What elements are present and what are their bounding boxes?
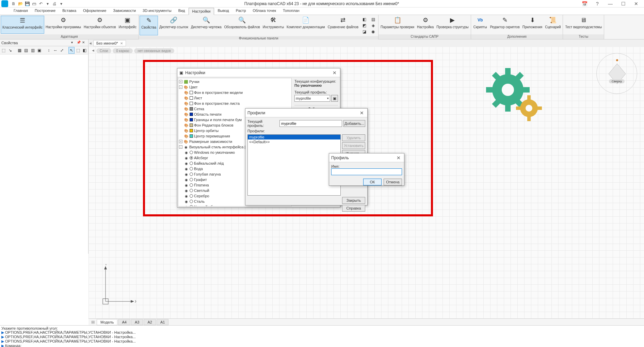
command-line[interactable]: Укажите противоположный угол: ▶ OPTIONS,… bbox=[0, 325, 644, 347]
small-btn-2[interactable]: ◩ bbox=[360, 22, 368, 29]
ribbon-tab-annotate[interactable]: Оформление bbox=[80, 7, 110, 15]
tree-item[interactable]: 🎨Фон в пространстве модели bbox=[179, 90, 291, 95]
xref-manager-button[interactable]: 🔗Диспетчер ссылок bbox=[158, 16, 190, 35]
check-params-button[interactable]: 📋Параметры проверки bbox=[379, 16, 416, 34]
chip-nav[interactable]: ◄ bbox=[91, 48, 95, 53]
undo-icon[interactable]: ↶ bbox=[38, 1, 44, 6]
save-icon[interactable]: 💾 bbox=[25, 1, 30, 6]
tool-10[interactable]: ◧ bbox=[82, 47, 87, 54]
ribbon-tab-settings[interactable]: Настройки bbox=[189, 8, 214, 15]
ribbon-tab-3d[interactable]: 3D-инструменты bbox=[139, 7, 175, 15]
expand-icon[interactable]: + bbox=[179, 140, 182, 143]
profile-name-title-bar[interactable]: Профиль ✕ bbox=[329, 153, 404, 162]
tool-pick[interactable]: ⬚ bbox=[75, 47, 81, 54]
small-btn-5[interactable]: ◈ bbox=[369, 22, 377, 29]
radio-icon[interactable] bbox=[190, 156, 193, 160]
document-tab[interactable]: Без имени0* ✕ bbox=[93, 40, 126, 46]
close-tab-icon[interactable]: ✕ bbox=[120, 42, 123, 45]
expand-icon[interactable]: + bbox=[179, 80, 182, 83]
profiles-list[interactable]: myprofile <<Default>> bbox=[247, 134, 341, 196]
ribbon-tab-main[interactable]: Главная bbox=[10, 7, 31, 15]
check-structure-button[interactable]: ▶Проверка структуры bbox=[435, 16, 470, 34]
file-explorer-button[interactable]: 🔍Обозреватель файлов bbox=[223, 16, 261, 35]
tool-3[interactable]: ▦ bbox=[17, 47, 22, 54]
profile-name-input[interactable] bbox=[331, 168, 402, 175]
tool-9[interactable]: ⤢ bbox=[59, 47, 65, 54]
ribbon-tab-topoplan[interactable]: Топоплан bbox=[279, 7, 303, 15]
sheet-tab-model[interactable]: Модель bbox=[97, 319, 117, 325]
tree-item[interactable]: 🎨Фон в пространстве листа bbox=[179, 101, 291, 106]
script-editor-button[interactable]: ✎Редактор скриптов bbox=[489, 16, 521, 34]
print-icon[interactable]: 🖨 bbox=[52, 1, 57, 6]
color-swatch[interactable] bbox=[190, 129, 193, 132]
radio-icon[interactable] bbox=[190, 172, 193, 176]
properties-button[interactable]: ✎Свойства bbox=[140, 16, 158, 35]
close-button[interactable]: ✕ bbox=[631, 0, 641, 7]
tab-nav-left[interactable]: ◄ bbox=[88, 41, 92, 45]
open-icon[interactable]: 📂 bbox=[18, 1, 23, 6]
help-icon[interactable]: ? bbox=[592, 0, 602, 7]
small-btn-1[interactable]: ◧ bbox=[360, 16, 368, 22]
tool-6[interactable]: ▣ bbox=[36, 47, 42, 54]
compare-button[interactable]: ⇄Сравнение файлов bbox=[326, 16, 360, 35]
profile-browse-button[interactable]: ▣ bbox=[331, 95, 338, 102]
tool-5[interactable]: ▥ bbox=[30, 47, 36, 54]
layer-chip[interactable]: Слои bbox=[96, 48, 111, 53]
close-icon[interactable]: ✕ bbox=[82, 40, 87, 45]
ribbon-tab-pointclouds[interactable]: Облака точек bbox=[249, 7, 280, 15]
radio-icon[interactable] bbox=[190, 194, 193, 198]
saveall-icon[interactable]: 🗃 bbox=[31, 1, 37, 6]
ribbon-tab-view[interactable]: Вид bbox=[175, 7, 189, 15]
color-swatch[interactable] bbox=[190, 118, 193, 121]
small-btn-4[interactable]: ▤ bbox=[369, 16, 377, 22]
viewcube[interactable]: Сверху bbox=[596, 53, 637, 94]
tools-button[interactable]: 🛠Инструменты bbox=[261, 16, 285, 35]
close-icon[interactable]: ✕ bbox=[358, 110, 365, 116]
radio-icon[interactable] bbox=[190, 178, 193, 181]
radio-icon[interactable] bbox=[190, 200, 193, 203]
ribbon-tab-draw[interactable]: Построение bbox=[31, 7, 59, 15]
close-icon[interactable]: ✕ bbox=[395, 155, 402, 161]
color-swatch[interactable] bbox=[190, 113, 193, 116]
dropdown-icon[interactable]: ▾ bbox=[71, 40, 76, 45]
tool-7[interactable]: ↕ bbox=[46, 47, 52, 54]
radio-icon[interactable] bbox=[190, 205, 193, 206]
delete-profile-button[interactable]: Удалить bbox=[342, 134, 365, 141]
settings-dialog-title-bar[interactable]: ▣ Настройки ✕ bbox=[177, 68, 340, 77]
tool-8[interactable]: ↔ bbox=[52, 47, 58, 54]
collapse-icon[interactable]: − bbox=[179, 85, 182, 89]
minimize-button[interactable]: — bbox=[605, 0, 615, 7]
small-btn-6[interactable]: ◉ bbox=[369, 29, 377, 35]
sheet-menu-icon[interactable]: ▤ bbox=[91, 320, 96, 324]
collapse-icon[interactable]: − bbox=[179, 145, 182, 149]
new-icon[interactable]: 🗎 bbox=[11, 1, 16, 6]
set-profile-button[interactable]: Установить bbox=[342, 142, 365, 149]
profile-item[interactable]: myprofile bbox=[248, 135, 340, 139]
tool-4[interactable]: ▤ bbox=[23, 47, 29, 54]
radio-icon[interactable] bbox=[190, 189, 193, 192]
help-profiles-button[interactable]: Справка bbox=[342, 205, 365, 212]
calendar-icon[interactable]: 📅 bbox=[579, 0, 590, 7]
apps-button[interactable]: ⬇Приложения bbox=[521, 16, 544, 34]
tree-item[interactable]: 🎨Лист bbox=[179, 95, 291, 101]
profile-item[interactable]: <<Default>> bbox=[248, 139, 340, 144]
radio-icon[interactable] bbox=[190, 183, 193, 187]
chevron-down-icon[interactable]: ▾ bbox=[45, 1, 50, 6]
radio-icon[interactable] bbox=[190, 162, 193, 165]
tool-cursor[interactable]: ↖ bbox=[68, 47, 74, 54]
ribbon-tab-constraints[interactable]: Зависимости bbox=[110, 7, 139, 15]
profiles-dialog-title-bar[interactable]: Профили ✕ bbox=[245, 109, 367, 117]
close-profiles-button[interactable]: Закрыть bbox=[342, 197, 365, 204]
add-profile-button[interactable]: Добавить... bbox=[343, 120, 365, 127]
maximize-button[interactable]: ☐ bbox=[618, 0, 628, 7]
color-swatch[interactable] bbox=[190, 107, 193, 111]
object-settings-button[interactable]: ⚙Настройки объектов bbox=[82, 16, 117, 34]
tool-2[interactable]: ↘ bbox=[7, 47, 13, 54]
sheet-tab-a3[interactable]: A3 bbox=[131, 319, 143, 325]
color-swatch[interactable] bbox=[190, 91, 193, 94]
close-icon[interactable]: ✕ bbox=[331, 70, 338, 76]
scenario-button[interactable]: 📜Сценарий bbox=[544, 16, 562, 34]
interface-button[interactable]: ▣Интерфейс bbox=[117, 16, 138, 34]
tree-item[interactable]: +🟩Ручки bbox=[179, 79, 291, 84]
video-test-button[interactable]: 🖥Тест видеоподсистемы bbox=[564, 16, 603, 34]
